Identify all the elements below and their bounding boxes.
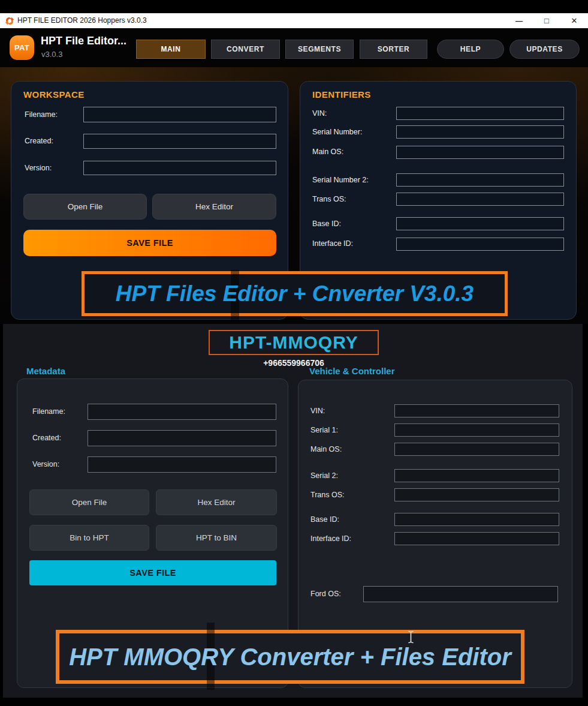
close-icon[interactable]: ✕ [562, 13, 587, 28]
window-titlebar: HPT FILE EDITOR 2026 Hoppers v3.0.3 — □ … [0, 13, 588, 28]
mm-interface-id-input[interactable] [394, 532, 559, 545]
vin-label: VIN: [312, 109, 327, 118]
filename-input[interactable] [83, 107, 276, 122]
hpt-to-bin-button[interactable]: HPT to BIN [156, 525, 277, 551]
serial-number-2-label: Serial Number 2: [312, 176, 369, 184]
open-file-button[interactable]: Open File [23, 194, 147, 220]
top-banner-text: HPT Files Editor + Cnverter V3.0.3 [116, 281, 474, 307]
mm-serial-1-input[interactable] [394, 423, 559, 437]
help-button[interactable]: HELP [437, 40, 504, 59]
ford-os-label: Ford OS: [310, 590, 341, 598]
mm-trans-os-label: Trans OS: [310, 491, 345, 499]
mm-vin-input[interactable] [394, 404, 559, 417]
pat-logo: PAT [10, 35, 34, 60]
serial-number-2-input[interactable] [396, 173, 564, 187]
mm-save-file-button[interactable]: SAVE FILE [29, 560, 276, 585]
app-header: PAT HPT File Editor... v3.0.3 MAIN CONVE… [0, 28, 588, 67]
minimize-icon[interactable]: — [506, 13, 532, 28]
mmoqry-title: HPT-MMOQRY [229, 332, 358, 353]
tab-main[interactable]: MAIN [136, 40, 206, 59]
tab-sorter[interactable]: SORTER [360, 40, 427, 59]
window-title: HPT FILE EDITOR 2026 Hoppers v3.0.3 [17, 13, 147, 28]
mm-created-label: Created: [32, 434, 61, 442]
serial-number-input[interactable] [396, 125, 564, 139]
trans-os-input[interactable] [396, 193, 564, 206]
bottom-banner: HPT MMOQRY Converter + Files Editor [56, 630, 524, 684]
interface-id-label: Interface ID: [312, 239, 353, 248]
mm-serial-2-input[interactable] [394, 469, 559, 482]
mm-hex-editor-button[interactable]: Hex Editor [156, 489, 277, 515]
screen: HPT FILE EDITOR 2026 Hoppers v3.0.3 — □ … [0, 0, 588, 706]
base-id-label: Base ID: [312, 220, 341, 228]
text-cursor-icon [408, 630, 414, 644]
mm-serial-1-label: Serial 1: [310, 426, 338, 434]
save-file-button[interactable]: SAVE FILE [23, 230, 276, 256]
bin-to-hpt-button[interactable]: Bin to HPT [29, 525, 149, 551]
version-input[interactable] [83, 161, 276, 175]
hex-editor-button[interactable]: Hex Editor [152, 194, 276, 220]
mm-trans-os-input[interactable] [394, 488, 559, 501]
top-banner: HPT Files Editor + Cnverter V3.0.3 [82, 271, 508, 316]
mm-base-id-label: Base ID: [310, 515, 339, 524]
metadata-section-title: Metadata [26, 366, 65, 376]
mm-vin-label: VIN: [310, 407, 325, 415]
created-label: Created: [25, 137, 53, 145]
vehicle-section-title: Vehicle & Controller [309, 366, 395, 376]
mm-open-file-button[interactable]: Open File [29, 489, 149, 515]
bottom-banner-text: HPT MMOQRY Converter + Files Editor [69, 644, 511, 671]
workspace-title: WORKSPACE [23, 89, 85, 100]
serial-number-label: Serial Number: [312, 128, 362, 136]
vin-input[interactable] [396, 107, 564, 120]
base-id-input[interactable] [396, 217, 564, 230]
identifiers-title: IDENTIFIERS [312, 89, 371, 100]
filename-label: Filename: [25, 110, 58, 119]
updates-button[interactable]: UPDATES [509, 40, 580, 59]
maximize-icon[interactable]: □ [534, 13, 559, 28]
version-label: Version: [25, 164, 52, 172]
mm-filename-input[interactable] [88, 404, 276, 420]
mm-base-id-input[interactable] [394, 513, 559, 526]
created-input[interactable] [83, 134, 276, 149]
tab-segments[interactable]: SEGMENTS [285, 40, 354, 59]
trans-os-label: Trans OS: [312, 195, 346, 203]
mmoqry-title-box: HPT-MMOQRY [209, 330, 379, 355]
interface-id-input[interactable] [396, 238, 564, 251]
app-swirl-icon [5, 16, 14, 26]
mm-version-label: Version: [32, 460, 59, 468]
mm-filename-label: Filename: [32, 407, 65, 416]
app-title: HPT File Editor... [41, 35, 126, 47]
main-os-label: Main OS: [312, 148, 343, 156]
mm-version-input[interactable] [88, 456, 276, 473]
mm-interface-id-label: Interface ID: [310, 534, 351, 543]
mm-serial-2-label: Serial 2: [310, 471, 338, 480]
ford-os-input[interactable] [363, 586, 558, 602]
mm-main-os-label: Main OS: [310, 445, 342, 453]
mm-main-os-input[interactable] [394, 443, 559, 456]
main-os-input[interactable] [396, 146, 564, 159]
app-version: v3.0.3 [41, 50, 62, 59]
tab-convert[interactable]: CONVERT [211, 40, 280, 59]
mm-created-input[interactable] [88, 430, 276, 446]
